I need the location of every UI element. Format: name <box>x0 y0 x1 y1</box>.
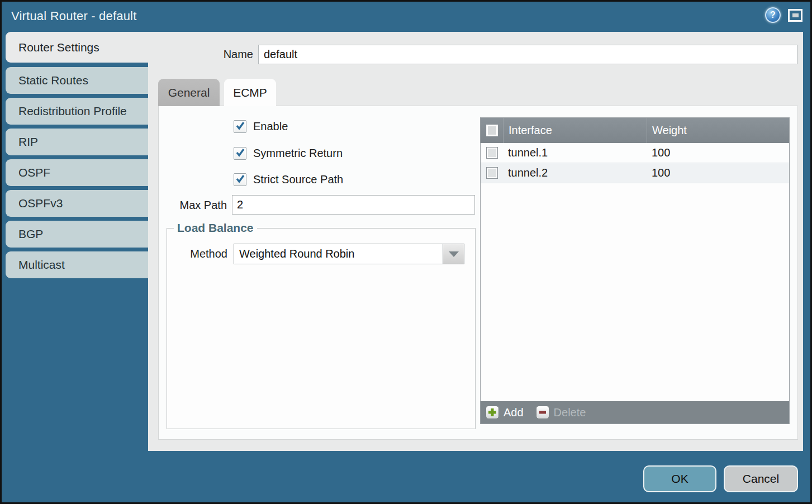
table-header: Interface Weight <box>481 118 789 143</box>
sidebar-item-label: RIP <box>18 135 38 149</box>
plus-icon <box>486 406 499 419</box>
max-path-label: Max Path <box>159 199 227 212</box>
method-dropdown-value: Weighted Round Robin <box>234 248 443 260</box>
table-empty-area <box>481 183 789 401</box>
select-all-cell <box>481 125 503 136</box>
sidebar-item-redistribution-profile[interactable]: Redistribution Profile <box>6 98 148 125</box>
strict-source-path-row: Strict Source Path <box>234 172 343 187</box>
ecmp-interface-table: Interface Weight tunnel.1 100 tunnel.2 1… <box>480 117 790 424</box>
help-icon[interactable]: ? <box>765 7 781 23</box>
delete-button-label: Delete <box>554 406 586 419</box>
max-path-input[interactable] <box>232 195 475 215</box>
method-dropdown-button[interactable] <box>443 244 464 264</box>
load-balance-legend: Load Balance <box>174 221 257 235</box>
sidebar-item-label: OSPF <box>18 166 50 179</box>
select-all-checkbox[interactable] <box>486 125 498 136</box>
row-checkbox-cell <box>481 147 503 159</box>
enable-row: Enable <box>234 119 288 134</box>
add-button-label: Add <box>504 406 524 419</box>
help-glyph: ? <box>770 10 776 20</box>
main-panel: Name General ECMP Enable Symmetric Retur… <box>148 32 803 451</box>
interface-cell: tunnel.1 <box>503 146 647 159</box>
interface-cell: tunnel.2 <box>503 167 647 179</box>
sidebar-item-rip[interactable]: RIP <box>6 129 148 155</box>
enable-label: Enable <box>253 120 288 133</box>
symmetric-return-label: Symmetric Return <box>253 147 343 160</box>
sidebar-item-router-settings[interactable]: Router Settings <box>6 32 148 63</box>
sidebar-item-label: Redistribution Profile <box>18 104 127 118</box>
method-label: Method <box>167 248 234 260</box>
name-input[interactable] <box>258 45 797 64</box>
row-checkbox[interactable] <box>486 167 498 179</box>
weight-column-header: Weight <box>647 118 789 143</box>
sidebar-item-label: OSPFv3 <box>18 197 63 210</box>
weight-cell: 100 <box>647 167 789 179</box>
name-row: Name <box>148 44 797 64</box>
minus-icon <box>536 406 549 419</box>
tab-bar: General ECMP <box>158 79 276 106</box>
checkmark-icon <box>235 148 245 158</box>
tab-general[interactable]: General <box>158 79 220 106</box>
delete-button[interactable]: Delete <box>536 406 586 419</box>
sidebar-item-static-routes[interactable]: Static Routes <box>6 67 148 94</box>
ecmp-tab-content: Enable Symmetric Return Strict Source Pa… <box>158 106 798 440</box>
sidebar-item-label: BGP <box>18 227 43 241</box>
method-dropdown[interactable]: Weighted Round Robin <box>234 244 464 264</box>
checkmark-icon <box>235 121 245 131</box>
dialog-title: Virtual Router - default <box>2 9 137 23</box>
sidebar-item-ospfv3[interactable]: OSPFv3 <box>6 190 148 217</box>
sidebar: Router Settings Static Routes Redistribu… <box>2 32 148 282</box>
strict-source-path-label: Strict Source Path <box>253 173 343 186</box>
row-checkbox-cell <box>481 167 503 179</box>
interface-column-header: Interface <box>503 118 647 143</box>
sidebar-item-label: Static Routes <box>18 74 88 87</box>
restore-window-icon-inner <box>792 13 799 17</box>
tab-label: General <box>168 86 210 99</box>
add-button[interactable]: Add <box>486 406 524 419</box>
sidebar-item-ospf[interactable]: OSPF <box>6 159 148 186</box>
dialog-footer: OK Cancel <box>643 465 798 492</box>
enable-checkbox[interactable] <box>234 120 246 133</box>
ok-button[interactable]: OK <box>643 465 716 492</box>
tab-label: ECMP <box>233 86 267 99</box>
sidebar-item-bgp[interactable]: BGP <box>6 221 148 248</box>
symmetric-return-checkbox[interactable] <box>234 147 246 160</box>
table-row[interactable]: tunnel.1 100 <box>481 143 789 163</box>
titlebar-icons: ? <box>765 7 802 23</box>
method-row: Method Weighted Round Robin <box>167 244 475 264</box>
title-bar: Virtual Router - default ? <box>2 2 810 31</box>
table-row[interactable]: tunnel.2 100 <box>481 163 789 183</box>
chevron-down-icon <box>449 251 459 257</box>
checkmark-icon <box>235 174 245 184</box>
name-label: Name <box>148 48 258 61</box>
cancel-button[interactable]: Cancel <box>724 465 798 492</box>
weight-cell: 100 <box>647 146 789 159</box>
sidebar-item-label: Router Settings <box>18 41 99 54</box>
restore-window-icon[interactable] <box>788 9 802 22</box>
sidebar-item-label: Multicast <box>18 258 65 272</box>
table-footer: Add Delete <box>481 401 789 424</box>
row-checkbox[interactable] <box>486 147 498 159</box>
sidebar-item-multicast[interactable]: Multicast <box>6 251 148 278</box>
strict-source-path-checkbox[interactable] <box>234 173 246 186</box>
symmetric-return-row: Symmetric Return <box>234 146 343 160</box>
tab-ecmp[interactable]: ECMP <box>224 79 276 106</box>
load-balance-fieldset: Load Balance Method Weighted Round Robin <box>167 221 476 429</box>
virtual-router-dialog: Virtual Router - default ? Router Settin… <box>2 2 810 502</box>
